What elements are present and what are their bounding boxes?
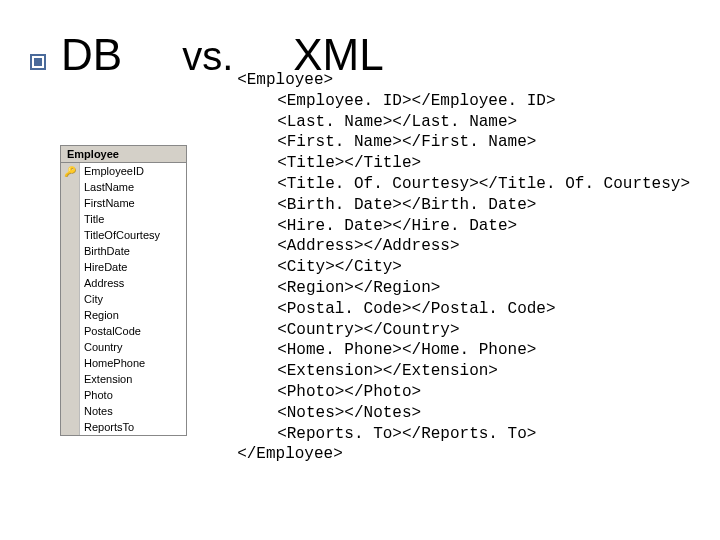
db-field-name: Address (80, 277, 124, 289)
xml-element-line: <Home. Phone></Home. Phone> (237, 340, 690, 361)
row-selector-icon (61, 339, 80, 355)
xml-element-line: <Extension></Extension> (237, 361, 690, 382)
db-field-row: BirthDate (61, 243, 186, 259)
xml-element-line: <Address></Address> (237, 236, 690, 257)
xml-element-line: <Reports. To></Reports. To> (237, 424, 690, 445)
db-field-name: City (80, 293, 103, 305)
db-field-name: Photo (80, 389, 113, 401)
row-selector-icon (61, 195, 80, 211)
xml-root-open: <Employee> (237, 70, 690, 91)
db-table-panel: Employee 🔑EmployeeIDLastNameFirstNameTit… (60, 145, 187, 436)
row-selector-icon (61, 387, 80, 403)
db-field-name: HomePhone (80, 357, 145, 369)
db-field-name: ReportsTo (80, 421, 134, 433)
xml-element-line: <Birth. Date></Birth. Date> (237, 195, 690, 216)
row-selector-icon (61, 275, 80, 291)
db-field-name: Region (80, 309, 119, 321)
row-selector-icon (61, 403, 80, 419)
db-field-name: BirthDate (80, 245, 130, 257)
db-field-row: Address (61, 275, 186, 291)
xml-listing: <Employee><Employee. ID></Employee. ID><… (237, 70, 690, 465)
xml-element-line: <Country></Country> (237, 320, 690, 341)
db-field-row: 🔑EmployeeID (61, 163, 186, 179)
db-table-title: Employee (61, 146, 186, 163)
row-selector-icon (61, 211, 80, 227)
db-field-name: Title (80, 213, 104, 225)
row-selector-icon (61, 259, 80, 275)
xml-element-line: <Title></Title> (237, 153, 690, 174)
db-field-row: LastName (61, 179, 186, 195)
xml-element-line: <Notes></Notes> (237, 403, 690, 424)
row-selector-icon (61, 355, 80, 371)
row-selector-icon (61, 371, 80, 387)
db-field-row: City (61, 291, 186, 307)
title-bullet-icon (30, 54, 46, 70)
row-selector-icon (61, 227, 80, 243)
xml-element-line: <Region></Region> (237, 278, 690, 299)
db-field-name: EmployeeID (80, 165, 144, 177)
row-selector-icon (61, 307, 80, 323)
xml-element-line: <City></City> (237, 257, 690, 278)
xml-element-line: <Hire. Date></Hire. Date> (237, 216, 690, 237)
db-field-row: ReportsTo (61, 419, 186, 435)
row-selector-icon (61, 291, 80, 307)
db-field-row: Region (61, 307, 186, 323)
db-field-row: HomePhone (61, 355, 186, 371)
db-field-name: Country (80, 341, 123, 353)
db-field-name: Extension (80, 373, 132, 385)
db-field-row: Title (61, 211, 186, 227)
heading-db: DB (61, 30, 122, 80)
db-field-row: Photo (61, 387, 186, 403)
xml-element-line: <Last. Name></Last. Name> (237, 112, 690, 133)
db-field-row: Country (61, 339, 186, 355)
db-field-name: FirstName (80, 197, 135, 209)
db-field-row: Extension (61, 371, 186, 387)
xml-element-line: <Title. Of. Courtesy></Title. Of. Courte… (237, 174, 690, 195)
row-selector-icon (61, 243, 80, 259)
db-field-list: 🔑EmployeeIDLastNameFirstNameTitleTitleOf… (61, 163, 186, 435)
db-field-name: LastName (80, 181, 134, 193)
row-selector-icon (61, 179, 80, 195)
xml-element-line: <First. Name></First. Name> (237, 132, 690, 153)
db-field-name: HireDate (80, 261, 127, 273)
xml-root-close: </Employee> (237, 444, 690, 465)
db-field-row: Notes (61, 403, 186, 419)
xml-element-line: <Employee. ID></Employee. ID> (237, 91, 690, 112)
db-field-row: HireDate (61, 259, 186, 275)
db-field-name: Notes (80, 405, 113, 417)
primary-key-icon: 🔑 (61, 163, 80, 179)
db-field-name: TitleOfCourtesy (80, 229, 160, 241)
db-field-row: FirstName (61, 195, 186, 211)
row-selector-icon (61, 323, 80, 339)
heading-vs: vs. (182, 34, 233, 79)
db-field-row: PostalCode (61, 323, 186, 339)
row-selector-icon (61, 419, 80, 435)
db-field-row: TitleOfCourtesy (61, 227, 186, 243)
xml-element-line: <Postal. Code></Postal. Code> (237, 299, 690, 320)
xml-element-line: <Photo></Photo> (237, 382, 690, 403)
db-field-name: PostalCode (80, 325, 141, 337)
